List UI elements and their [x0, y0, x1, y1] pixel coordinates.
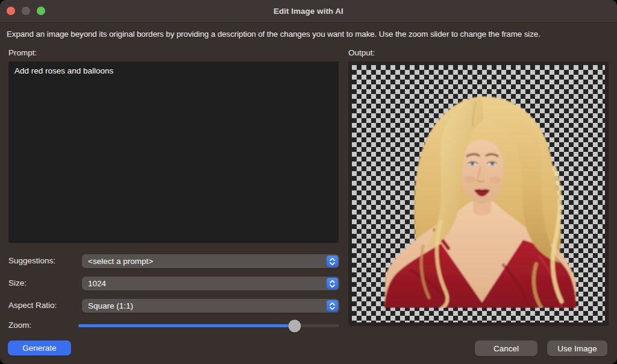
suggestions-label: Suggestions:	[8, 256, 55, 265]
suggestions-popup-value: <select a prompt>	[88, 254, 153, 268]
zoom-slider[interactable]	[78, 319, 339, 332]
output-portrait-image	[352, 65, 605, 322]
dialog-description: Expand an image beyond its original bord…	[7, 30, 612, 39]
transparency-checkerboard	[352, 65, 605, 322]
aspect-ratio-label: Aspect Ratio:	[8, 301, 57, 310]
cancel-button[interactable]: Cancel	[475, 340, 537, 356]
chevron-up-down-icon	[327, 256, 338, 267]
chevron-up-down-icon	[327, 278, 338, 289]
aspect-ratio-popup[interactable]: Square (1:1)	[82, 299, 339, 313]
zoom-slider-thumb[interactable]	[289, 319, 301, 332]
window-title: Edit Image with AI	[0, 0, 617, 22]
dialog-window: Edit Image with AI Expand an image beyon…	[0, 0, 617, 364]
output-label: Output:	[348, 48, 375, 57]
size-popup[interactable]: 1024	[82, 277, 339, 290]
output-frame	[348, 61, 609, 326]
zoom-slider-fill	[78, 324, 295, 327]
zoom-label: Zoom:	[8, 321, 31, 330]
suggestions-popup[interactable]: <select a prompt>	[82, 254, 339, 268]
use-image-button[interactable]: Use Image	[547, 340, 607, 356]
titlebar: Edit Image with AI	[0, 0, 617, 23]
aspect-ratio-popup-value: Square (1:1)	[88, 299, 133, 313]
prompt-label: Prompt:	[8, 48, 37, 57]
prompt-input[interactable]: Add red roses and balloons	[8, 61, 339, 243]
size-label: Size:	[8, 278, 27, 287]
size-popup-value: 1024	[88, 277, 106, 290]
generate-button[interactable]: Generate	[8, 340, 71, 356]
chevron-up-down-icon	[327, 300, 338, 312]
